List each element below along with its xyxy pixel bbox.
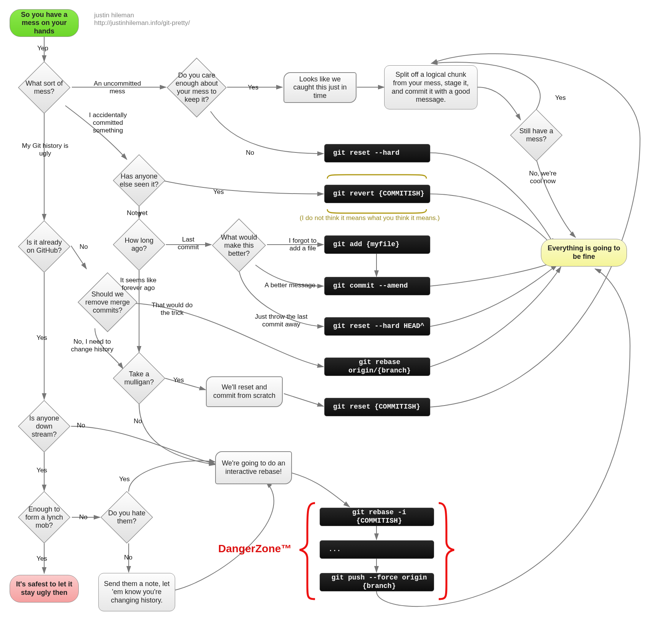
label-downyes: Yes — [36, 467, 47, 474]
cmd-rebaseinteractive: git rebase -i {COMMITISH} — [320, 508, 434, 526]
decision-mulligan: Take a mulligan? — [112, 351, 166, 405]
label-changehistory: No, I need to change history — [67, 338, 117, 353]
label-forever: It seems like forever ago — [113, 276, 163, 292]
decision-seen: Has anyone else seen it? — [112, 154, 166, 207]
label-careyes: Yes — [248, 84, 259, 91]
label-mulliganyes: Yes — [173, 376, 184, 384]
terminal-fine: Everything is going to be fine — [541, 239, 627, 267]
label-hateyes: Yes — [119, 475, 130, 483]
decision-sort: What sort of mess? — [17, 61, 71, 114]
label-bettermsg: A better message — [261, 281, 319, 289]
decision-care: Do you care enough about your mess to ke… — [166, 57, 227, 118]
label-throwaway: Just throw the last commit away — [250, 313, 312, 328]
process-sendnote: Send them a note, let 'em know you're ch… — [98, 573, 175, 611]
cmd-rebaseorigin: git rebase origin/{branch} — [324, 358, 430, 376]
label-mulliganno: No — [134, 417, 142, 425]
annotation-dangerzone: DangerZone™ — [218, 543, 292, 555]
label-lastcommit: Last commit — [173, 236, 204, 251]
label-notyet: Not yet — [127, 209, 148, 217]
label-seenyes: Yes — [213, 188, 224, 196]
label-mergetrick: That would do the trick — [149, 301, 195, 317]
label-careno: No — [246, 149, 254, 157]
cmd-revert: git revert {COMMITISH} — [324, 185, 430, 203]
statement-resetcommit: We'll reset and commit from scratch — [206, 376, 283, 407]
label-forgotfile: I forgot to add a file — [284, 237, 322, 252]
label-accidentally: I accidentally committed something — [79, 111, 137, 134]
statement-interactive: We're going to do an interactive rebase! — [215, 451, 292, 484]
decision-stillmess: Still have a mess? — [509, 108, 563, 162]
cmd-ellipsis: ... — [320, 540, 434, 559]
terminal-start: So you have a mess on your hands — [10, 9, 79, 37]
label-stillno: No, we're cool now — [526, 170, 560, 185]
label-yep: Yep — [37, 45, 48, 52]
label-uncommitted: An uncommitted mess — [88, 80, 147, 95]
label-stillyes: Yes — [555, 94, 566, 102]
label-historyugly: My Git history is ugly — [19, 142, 71, 157]
terminal-safest: It's safest to let it stay ugly then — [10, 575, 79, 603]
decision-downstream: Is anyone down stream? — [17, 399, 71, 453]
cmd-add: git add {myfile} — [324, 235, 430, 254]
flowchart-canvas: justin hileman http://justinhileman.info… — [0, 0, 650, 644]
cmd-resetcommitish: git reset {COMMITISH} — [324, 398, 430, 416]
label-githubyes: Yes — [36, 334, 47, 342]
decision-hatethem: Do you hate them? — [100, 490, 154, 544]
decision-better: What would make this better? — [211, 218, 267, 273]
label-hateno: No — [124, 554, 133, 561]
cmd-resetheadcaret: git reset --hard HEAD^ — [324, 317, 430, 336]
decision-lynchmob: Enough to form a lynch mob? — [17, 490, 71, 544]
cmd-resethard: git reset --hard — [324, 144, 430, 162]
label-mobno: No — [79, 513, 88, 521]
annotation-revertnote: (I do not think it means what you think … — [300, 214, 440, 222]
decision-howlong: How long ago? — [112, 218, 166, 272]
label-mobyes: Yes — [36, 555, 47, 563]
label-downno: No — [77, 422, 85, 429]
author-credit: justin hileman http://justinhileman.info… — [94, 12, 190, 27]
decision-github: Is it already on GitHub? — [17, 220, 71, 273]
label-githubno: No — [80, 243, 88, 251]
statement-caught: Looks like we caught this just in time — [284, 72, 357, 103]
cmd-forcepush: git push --force origin {branch} — [320, 573, 434, 591]
process-splitoff: Split off a logical chunk from your mess… — [384, 65, 478, 109]
cmd-amend: git commit --amend — [324, 277, 430, 295]
